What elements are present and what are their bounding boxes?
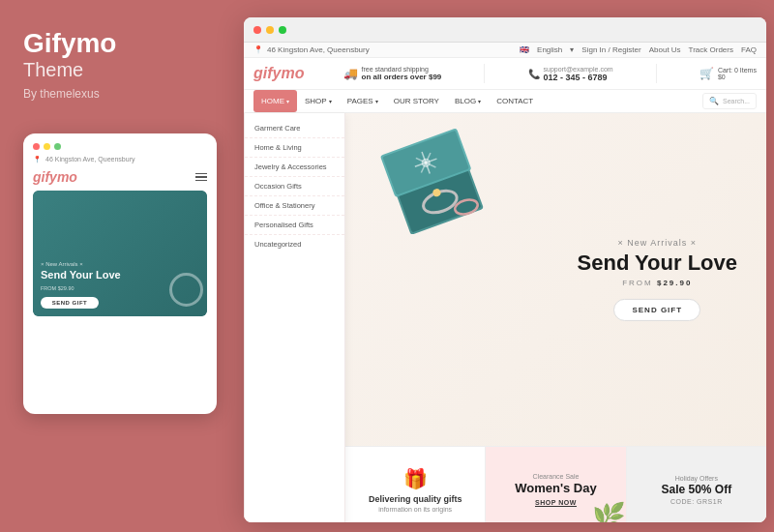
nav-item-blog[interactable]: BLOG ▾ xyxy=(447,90,489,112)
bottom-card-holiday: Holiday Offers Sale 50% Off CODE: GRS1R xyxy=(627,447,766,522)
dropdown-item-home[interactable]: Home & Living xyxy=(245,138,344,158)
nav-home-arrow: ▾ xyxy=(286,98,289,104)
utility-about[interactable]: About Us xyxy=(649,45,681,54)
dropdown-item-jewelry[interactable]: Jewelry & Accessories xyxy=(245,158,344,177)
dropdown-item-uncategorized[interactable]: Uncategorized xyxy=(245,235,344,253)
mobile-dot-green xyxy=(54,143,61,150)
mobile-send-gift-button[interactable]: SEND GIFT xyxy=(41,297,99,309)
browser-chrome xyxy=(244,17,766,43)
brand-subtitle: Theme xyxy=(23,59,83,81)
cart-amount: $0 xyxy=(718,74,757,80)
header-divider-2 xyxy=(656,64,657,83)
dropdown-item-occasion[interactable]: Occasion Gifts xyxy=(245,177,344,196)
pin-icon: 📍 xyxy=(33,156,42,163)
womens-day-shop-now-button[interactable]: SHOP NOW xyxy=(535,499,577,507)
support-email: support@example.com xyxy=(544,66,613,73)
mobile-hero: × New Arrivals × Send Your Love FROM $29… xyxy=(33,191,207,316)
mobile-dot-red xyxy=(33,143,40,150)
flower-decoration: 🌿 xyxy=(592,501,626,522)
nav-pages-label: PAGES xyxy=(347,97,373,105)
bottom-card-gift: 🎁 Delivering quality gifts information o… xyxy=(345,447,486,522)
holiday-tag: Holiday Offers xyxy=(675,475,718,482)
phone-icon: 📞 xyxy=(528,69,540,79)
header-support: 📞 support@example.com 012 - 345 - 6789 xyxy=(528,66,613,82)
shipping-text: free standard shipping on all orders ove… xyxy=(362,66,442,81)
nav-pages-arrow: ▾ xyxy=(375,98,378,104)
shop-dropdown: Garment Care Home & Living Jewelry & Acc… xyxy=(244,113,345,522)
nav-shop-label: SHOP xyxy=(305,97,327,105)
gift-delivery-icon: 🎁 xyxy=(403,467,428,490)
support-phone: 012 - 345 - 6789 xyxy=(544,73,613,82)
nav-home-label: HOME xyxy=(261,97,284,105)
flag-icon: 🇬🇧 xyxy=(520,45,529,54)
mobile-top-bar xyxy=(33,143,207,150)
jewelry-box-illustration xyxy=(365,128,500,234)
nav-item-contact[interactable]: CONTACT xyxy=(489,90,541,112)
hero-from-label: FROM xyxy=(622,279,653,287)
mobile-address-bar: 📍 46 Kingston Ave, Queensbury xyxy=(33,156,207,163)
gift-delivery-title: Delivering quality gifts xyxy=(369,494,462,504)
utility-address: 46 Kingston Ave, Queensbury xyxy=(267,45,370,54)
nav-our-story-label: OUR STORY xyxy=(394,97,439,105)
dropdown-item-office[interactable]: Office & Stationery xyxy=(245,196,344,216)
browser-dot-yellow[interactable] xyxy=(266,26,274,34)
mobile-address-text: 46 Kingston Ave, Queensbury xyxy=(45,156,135,163)
nav-item-shop[interactable]: SHOP ▾ xyxy=(297,90,340,112)
dropdown-item-personalised[interactable]: Personalised Gifts xyxy=(245,216,344,235)
browser-dot-red[interactable] xyxy=(253,26,261,34)
support-info: support@example.com 012 - 345 - 6789 xyxy=(544,66,613,82)
hamburger-icon[interactable] xyxy=(195,173,207,182)
truck-icon: 🚚 xyxy=(343,67,358,80)
utility-arrow: ▾ xyxy=(570,45,574,54)
hero-send-gift-button[interactable]: SEND GIFT xyxy=(613,299,700,321)
browser-window: 📍 46 Kingston Ave, Queensbury 🇬🇧 English… xyxy=(244,17,766,522)
mobile-bracelet-decoration xyxy=(169,273,203,307)
utility-right: 🇬🇧 English ▾ Sign In / Register About Us… xyxy=(520,45,757,54)
bottom-card-womens-day: Clearance Sale Women's Day SHOP NOW 🌿 xyxy=(486,447,626,522)
search-placeholder: Search... xyxy=(723,98,750,104)
womens-day-title: Women's Day xyxy=(515,482,597,495)
browser-dot-green[interactable] xyxy=(279,26,286,34)
nav-items: HOME ▾ SHOP ▾ PAGES ▾ OUR STORY BLOG ▾ C… xyxy=(253,90,541,112)
mobile-dot-yellow xyxy=(44,143,50,150)
utility-track[interactable]: Track Orders xyxy=(689,45,733,54)
nav-item-our-story[interactable]: OUR STORY xyxy=(386,90,447,112)
mobile-logo-text: gifymo xyxy=(33,169,77,185)
hero-title: Send Your Love xyxy=(578,251,737,275)
hero-section: × New Arrivals × Send Your Love FROM $29… xyxy=(345,113,766,522)
utility-faq[interactable]: FAQ xyxy=(741,45,757,54)
brand-by: By themelexus xyxy=(23,87,100,101)
nav-blog-label: BLOG xyxy=(455,97,476,105)
utility-language[interactable]: English xyxy=(537,45,562,54)
cart-info: Cart: 0 Items $0 xyxy=(718,67,757,80)
header-cart[interactable]: 🛒 Cart: 0 Items $0 xyxy=(700,67,757,80)
hero-text: × New Arrivals × Send Your Love FROM $29… xyxy=(578,238,737,321)
site-logo[interactable]: gifymo xyxy=(253,65,304,82)
shipping-top: free standard shipping xyxy=(362,66,442,73)
main-content: Garment Care Home & Living Jewelry & Acc… xyxy=(244,113,766,522)
holiday-title: Sale 50% Off xyxy=(661,484,731,496)
shipping-bottom: on all orders over $99 xyxy=(362,73,442,81)
nav-item-home[interactable]: HOME ▾ xyxy=(253,90,297,112)
cart-label: Cart: 0 Items xyxy=(718,67,757,74)
header-divider-1 xyxy=(484,64,485,83)
womens-day-sale-label: Clearance Sale xyxy=(533,473,580,480)
utility-left: 📍 46 Kingston Ave, Queensbury xyxy=(253,45,370,54)
nav-item-pages[interactable]: PAGES ▾ xyxy=(340,90,386,112)
bottom-grid: 🎁 Delivering quality gifts information o… xyxy=(345,446,766,522)
utility-bar: 📍 46 Kingston Ave, Queensbury 🇬🇧 English… xyxy=(244,43,766,58)
dropdown-item-garment[interactable]: Garment Care xyxy=(245,119,344,138)
hero-from: FROM $29.90 xyxy=(578,279,737,287)
left-panel: Gifymo Theme By themelexus 📍 46 Kingston… xyxy=(0,0,240,532)
cart-icon: 🛒 xyxy=(700,67,714,80)
hero-price: $29.90 xyxy=(657,279,692,287)
nav-search[interactable]: 🔍 Search... xyxy=(702,93,757,109)
gift-delivery-sub: information on its origins xyxy=(378,506,452,513)
nav-contact-label: CONTACT xyxy=(496,97,533,105)
mobile-new-arrivals-text: × New Arrivals × xyxy=(41,261,199,267)
utility-sign-in[interactable]: Sign In / Register xyxy=(581,45,640,54)
hero-main: × New Arrivals × Send Your Love FROM $29… xyxy=(345,113,766,446)
mobile-logo-row: gifymo xyxy=(33,169,207,185)
brand-title: Gifymo xyxy=(23,29,116,59)
site-header: gifymo 🚚 free standard shipping on all o… xyxy=(244,58,766,90)
